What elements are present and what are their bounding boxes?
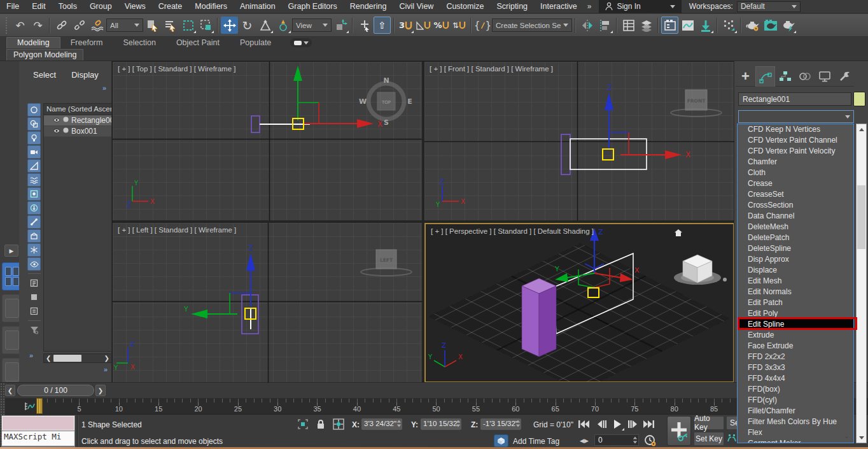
filter-frozen-icon[interactable] — [27, 243, 41, 257]
filter-combinations-icon[interactable] — [27, 324, 41, 337]
scrollbar-thumb[interactable] — [53, 355, 81, 362]
timeline-tick-label[interactable]: 30 — [258, 405, 297, 413]
scroll-left-icon[interactable]: ❮ — [44, 355, 51, 362]
tab-hierarchy[interactable] — [775, 66, 795, 87]
viewport-left-label[interactable]: [ + ] [ Left ] [ Standard ] [ Wireframe … — [118, 226, 236, 234]
modifier-list-item[interactable]: Chamfer — [738, 157, 853, 167]
timeline-tick-label[interactable]: 25 — [218, 405, 258, 413]
bind-to-space-warp-icon[interactable] — [88, 17, 106, 34]
filter-lights-icon[interactable] — [27, 131, 41, 145]
ribbon-tab[interactable]: Selection — [113, 38, 165, 48]
modifier-list-item[interactable]: FFD(box) — [738, 384, 853, 395]
viewport-left[interactable]: [ + ] [ Left ] [ Standard ] [ Wireframe … — [113, 223, 422, 383]
window-crossing-toggle-icon[interactable] — [197, 17, 214, 34]
modifier-list-item[interactable]: Fillet/Chamfer — [738, 406, 853, 417]
modifier-list-item[interactable]: CFD Keep N Vertices — [738, 124, 853, 135]
modifier-list-item[interactable]: CFD Vertex Paint Channel — [738, 135, 853, 146]
timeline-tick-label[interactable]: 5 — [59, 405, 99, 413]
use-pivot-point-center-icon[interactable] — [332, 17, 349, 34]
percent-snap-toggle-icon[interactable]: % — [433, 17, 450, 34]
select-and-link-icon[interactable] — [53, 17, 70, 34]
tab-motion[interactable] — [795, 66, 815, 87]
filter-spacewarps-icon[interactable] — [27, 173, 41, 187]
select-by-name-icon[interactable] — [162, 17, 179, 34]
toolbar-drag-handle[interactable] — [5, 17, 8, 34]
object-name-field[interactable]: Rectangle001 — [738, 92, 851, 106]
dropdown-scrollbar[interactable] — [856, 124, 867, 443]
modifier-list-item[interactable]: Edit Normals — [738, 287, 853, 297]
timeline-tick-label[interactable]: 85 — [694, 405, 734, 413]
menu-item[interactable]: Rendering — [344, 0, 393, 13]
menu-item[interactable]: Animation — [234, 0, 282, 13]
scroll-up-icon[interactable] — [857, 124, 866, 134]
modifier-list-item[interactable]: Edit Spline — [738, 319, 853, 330]
filter-hidden-icon[interactable] — [27, 257, 41, 271]
select-and-scale-button[interactable] — [256, 17, 274, 34]
maxscript-macro-field[interactable] — [2, 416, 74, 431]
modifier-list-item[interactable]: Disp Approx — [738, 254, 853, 265]
modifier-list-item[interactable]: Edit Patch — [738, 297, 853, 308]
material-editor-icon[interactable] — [697, 17, 714, 34]
dropdown-scroll-down-icon[interactable]: ⌄ — [844, 432, 850, 440]
scroll-right-icon[interactable]: ❯ — [104, 355, 111, 362]
undo-button[interactable]: ↶ — [11, 17, 29, 34]
previous-frame-button[interactable] — [594, 417, 609, 431]
scene-explorer-select-menu[interactable]: Select — [33, 70, 56, 80]
sign-in-button[interactable]: Sign In — [599, 0, 681, 13]
explorer-list-tool-3[interactable] — [27, 304, 41, 318]
modifier-list-item[interactable]: CreaseSet — [738, 189, 853, 200]
coord-x-field[interactable]: 3'3 24/32" — [361, 418, 402, 430]
timeline-tick-label[interactable]: 60 — [496, 405, 535, 413]
timeline-tick-label[interactable]: 75 — [615, 405, 654, 413]
render-setup-icon[interactable] — [744, 17, 761, 34]
tab-display[interactable] — [815, 66, 834, 87]
timeline-tick-label[interactable]: 10 — [99, 405, 139, 413]
ribbon-tab[interactable]: Modeling — [6, 37, 60, 48]
auto-key-button[interactable]: Auto Key — [694, 416, 724, 430]
selection-lock-icon[interactable] — [314, 418, 327, 431]
align-button[interactable] — [596, 17, 613, 34]
rendered-frame-window-icon[interactable] — [762, 17, 779, 34]
coord-y-field[interactable]: 1'10 15/32" — [421, 418, 461, 430]
scene-explorer-row[interactable]: Rectangle001 — [44, 115, 111, 126]
menu-item[interactable]: Graph Editors — [282, 0, 344, 13]
select-object-icon[interactable] — [144, 17, 161, 34]
filter-overflow-chevron[interactable]: » — [29, 352, 33, 359]
mirror-button[interactable] — [578, 17, 596, 34]
scroll-down-icon[interactable] — [857, 432, 866, 443]
filter-containers-icon[interactable] — [27, 229, 41, 243]
play-button[interactable] — [610, 417, 625, 431]
timeline-tick-label[interactable]: 15 — [139, 405, 178, 413]
maxscript-mini-listener[interactable]: MAXScript Mi — [1, 415, 75, 447]
timeline-tick-label[interactable]: 80 — [655, 405, 694, 413]
current-frame-field[interactable]: 0 — [594, 434, 639, 446]
modifier-list-item[interactable]: FFD(cyl) — [738, 395, 853, 406]
modifier-list-item[interactable]: FFD 4x4x4 — [738, 373, 853, 384]
modifier-list-item[interactable]: CrossSection — [738, 200, 853, 211]
menu-item[interactable]: Group — [83, 0, 118, 13]
ribbon-tab[interactable]: Freeform — [60, 38, 113, 48]
viewport-perspective-label[interactable]: [ + ] [ Perspective ] [ Standard ] [ Def… — [431, 227, 594, 235]
object-name[interactable]: Rectangle001 — [71, 116, 111, 125]
viewport-top[interactable]: [ + ] [ Top ] [ Standard ] [ Wireframe ]… — [113, 62, 422, 220]
select-and-manipulate-icon[interactable] — [356, 17, 373, 34]
menu-item[interactable]: Tools — [52, 0, 83, 13]
filter-xrefs-icon[interactable] — [27, 201, 41, 215]
ribbon-tab[interactable]: Object Paint — [166, 38, 230, 48]
modifier-list-item[interactable]: Filter Mesh Colors By Hue — [738, 417, 853, 427]
modifier-list-item[interactable]: CFD Vertex Paint Velocity — [738, 146, 853, 157]
toggle-layer-explorer-icon[interactable] — [638, 17, 655, 34]
menu-overflow-chevron[interactable]: » — [584, 2, 596, 11]
menu-item[interactable]: Customize — [440, 0, 490, 13]
isolate-selection-icon[interactable] — [297, 418, 309, 431]
add-time-tag-label[interactable]: Add Time Tag — [513, 437, 559, 446]
menu-item[interactable]: Views — [118, 0, 152, 13]
modifier-list-item[interactable]: Extrude — [738, 330, 853, 341]
timeline-tick-label[interactable]: 45 — [377, 405, 416, 413]
timeline-tick-label[interactable]: 55 — [456, 405, 496, 413]
spinner-snap-toggle-icon[interactable]: ⇅ — [451, 17, 468, 34]
filter-groups-icon[interactable] — [27, 187, 41, 201]
reference-coordinate-dropdown[interactable]: View — [292, 18, 332, 32]
polygon-modeling-subtab[interactable]: Polygon Modeling — [6, 49, 83, 61]
explorer-list-tool-1[interactable] — [27, 276, 41, 290]
